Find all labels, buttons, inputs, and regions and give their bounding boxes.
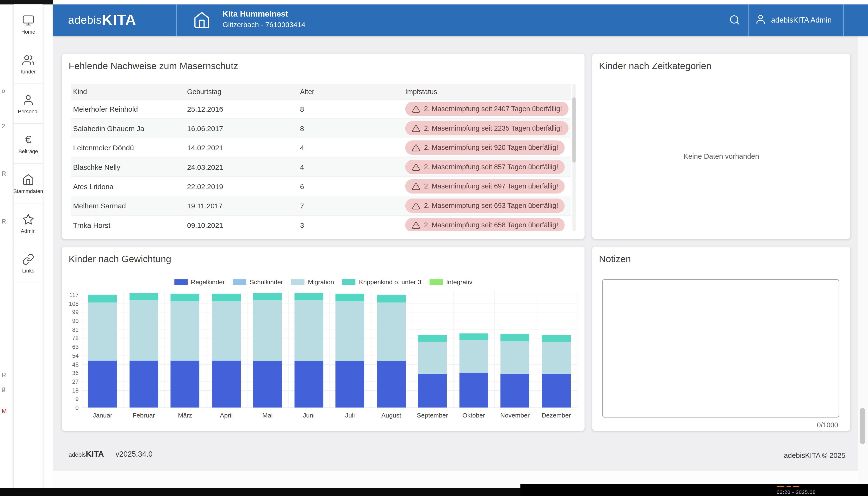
bar-segment[interactable] xyxy=(294,300,323,361)
bar-segment[interactable] xyxy=(129,300,158,360)
sidebar-item-label: Beiträge xyxy=(18,148,38,154)
warning-icon xyxy=(412,202,420,210)
bar-segment[interactable] xyxy=(170,294,199,301)
cell-geburtstag: 09.10.2021 xyxy=(185,221,298,229)
y-axis-tick: 18 xyxy=(62,387,78,393)
table-row[interactable]: Leitenmeier Döndü14.02.202142. Masernimp… xyxy=(71,138,571,158)
cell-alter: 4 xyxy=(298,163,403,171)
bar-segment[interactable] xyxy=(418,342,447,374)
facility-name: Kita Hummelnest xyxy=(223,9,305,18)
impfstatus-text: 2. Masernimpfung seit 2407 Tagen überfäl… xyxy=(424,105,562,113)
sidebar-item-personal[interactable]: Personal xyxy=(14,84,43,124)
bar-segment[interactable] xyxy=(294,293,323,300)
bar-segment[interactable] xyxy=(542,342,571,374)
bar-segment[interactable] xyxy=(129,293,158,300)
star-icon xyxy=(22,213,34,226)
background-text-fragment: R xyxy=(2,218,6,224)
cell-impfstatus: 2. Masernimpfung seit 658 Tagen überfäll… xyxy=(403,218,571,231)
bar-segment[interactable] xyxy=(212,360,241,408)
gridline-vertical xyxy=(329,291,330,407)
bar-segment[interactable] xyxy=(170,301,199,360)
bar-segment[interactable] xyxy=(542,374,571,408)
table-row[interactable]: Meierhofer Reinhold25.12.201682. Maserni… xyxy=(71,99,571,119)
gridline-vertical xyxy=(536,291,536,407)
cell-geburtstag: 22.02.2019 xyxy=(185,182,298,191)
bar-segment[interactable] xyxy=(253,300,282,361)
footer-version: v2025.34.0 xyxy=(116,450,153,459)
card-title: Fehlende Nachweise zum Masernschutz xyxy=(69,61,238,72)
cell-alter: 6 xyxy=(298,182,403,191)
notes-textarea[interactable] xyxy=(602,279,839,418)
sidebar-item-admin[interactable]: Admin xyxy=(14,204,43,244)
gridline-vertical xyxy=(288,291,289,407)
bar-segment[interactable] xyxy=(500,334,529,341)
bar-segment[interactable] xyxy=(88,303,117,360)
sidebar-item-beitraege[interactable]: €Beiträge xyxy=(14,124,43,164)
bar-segment[interactable] xyxy=(336,361,364,408)
sidebar-item-label: Admin xyxy=(21,228,35,234)
bar-segment[interactable] xyxy=(377,295,406,303)
euro-icon: € xyxy=(25,133,31,146)
table-row[interactable]: Melhem Sarmad19.11.201772. Masernimpfung… xyxy=(71,196,571,216)
bar-segment[interactable] xyxy=(129,360,158,408)
bar-segment[interactable] xyxy=(253,361,282,408)
bar-segment[interactable] xyxy=(459,373,488,408)
x-axis-label: Februar xyxy=(123,412,165,419)
x-axis-label: Juni xyxy=(288,412,329,419)
cell-impfstatus: 2. Masernimpfung seit 857 Tagen überfäll… xyxy=(403,160,571,174)
y-axis-tick: 45 xyxy=(62,361,78,368)
bar-segment[interactable] xyxy=(170,360,199,408)
search-icon[interactable] xyxy=(729,14,740,28)
bar-segment[interactable] xyxy=(253,293,282,300)
bar-segment[interactable] xyxy=(500,341,529,374)
header-divider xyxy=(748,4,749,36)
column-header: Alter xyxy=(298,88,403,95)
cell-kind: Melhem Sarmad xyxy=(71,202,185,210)
y-axis-tick: 9 xyxy=(62,396,78,402)
sidebar-item-kinder[interactable]: Kinder xyxy=(14,44,43,84)
page-scrollbar[interactable] xyxy=(858,36,868,488)
user-icon xyxy=(755,13,766,27)
bar-segment[interactable] xyxy=(88,360,117,408)
gridline-vertical xyxy=(206,291,206,407)
bar-segment[interactable] xyxy=(336,294,364,301)
table-row[interactable]: Ates Lridona22.02.201962. Masernimpfung … xyxy=(71,177,571,196)
table-row[interactable]: Trnka Horst09.10.202132. Masernimpfung s… xyxy=(71,216,571,231)
bar-segment[interactable] xyxy=(418,374,447,408)
bar-segment[interactable] xyxy=(500,374,529,408)
user-name: adebisKITA Admin xyxy=(771,16,832,25)
bar-segment[interactable] xyxy=(459,340,488,373)
warning-icon xyxy=(412,124,420,133)
main-content: Fehlende Nachweise zum Masernschutz Kind… xyxy=(53,36,868,488)
gridline-vertical xyxy=(494,291,495,407)
bar-segment[interactable] xyxy=(418,335,447,342)
table-scrollbar[interactable] xyxy=(572,84,576,231)
background-text-fragment: R xyxy=(2,372,6,378)
cell-kind: Ates Lridona xyxy=(71,182,185,191)
impfstatus-text: 2. Masernimpfung seit 697 Tagen überfäll… xyxy=(424,183,558,190)
facility-home-icon xyxy=(193,11,211,31)
bar-segment[interactable] xyxy=(336,301,364,361)
table-scrollbar-thumb[interactable] xyxy=(572,97,576,162)
overlay-mark xyxy=(787,486,791,487)
app-screen: o2RRRgM HomeKinderPersonal€BeiträgeStamm… xyxy=(0,0,868,496)
sidebar-item-stammdaten[interactable]: Stammdaten xyxy=(14,164,43,204)
bar-segment[interactable] xyxy=(377,303,406,361)
user-menu[interactable]: adebisKITA Admin xyxy=(755,4,832,36)
background-text-fragment: g xyxy=(2,385,5,392)
bar-segment[interactable] xyxy=(212,294,241,301)
logo-adebis: adebis xyxy=(68,14,102,27)
y-axis-tick: 0 xyxy=(62,404,78,411)
bar-segment[interactable] xyxy=(88,295,117,303)
table-row[interactable]: Blaschke Nelly24.03.202142. Masernimpfun… xyxy=(71,157,571,177)
sidebar-item-label: Stammdaten xyxy=(13,188,43,194)
scrollbar-thumb[interactable] xyxy=(859,408,865,444)
bar-segment[interactable] xyxy=(294,361,323,408)
bar-segment[interactable] xyxy=(459,333,488,340)
sidebar-item-home[interactable]: Home xyxy=(14,4,43,44)
bar-segment[interactable] xyxy=(377,361,406,408)
sidebar-item-links[interactable]: Links xyxy=(14,243,43,283)
bar-segment[interactable] xyxy=(542,335,571,342)
table-row[interactable]: Salahedin Ghauem Ja16.06.201782. Maserni… xyxy=(71,119,571,138)
bar-segment[interactable] xyxy=(212,301,241,360)
